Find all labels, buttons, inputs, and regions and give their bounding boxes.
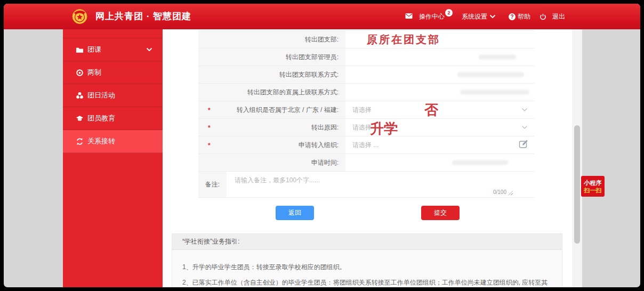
field-label: 备注: <box>205 180 220 189</box>
sidebar-item-tuanyuan-jiaoyu[interactable]: 团员教育 <box>63 107 163 130</box>
select-placeholder: 请选择 <box>352 106 372 115</box>
redacted-blur <box>452 160 508 165</box>
transfer-out-contact-value <box>345 66 534 84</box>
edit-icon[interactable] <box>519 140 529 151</box>
guide-title: “学社衔接”业务指引: <box>172 234 562 250</box>
sidebar-item-label: 关系接转 <box>87 136 115 146</box>
select-placeholder: 请选择 <box>352 123 372 132</box>
menu-help[interactable]: ? 帮助 <box>509 12 530 21</box>
menu-label: 操作中心 <box>419 12 445 21</box>
required-asterisk: * <box>208 107 211 114</box>
cyl-emblem-logo <box>71 7 88 25</box>
activity-icon <box>76 92 84 100</box>
menu-label: 系统设置 <box>462 12 487 21</box>
transfer-out-superior-contact-value <box>345 84 534 101</box>
row-transfer-out-contact: 转出团支部联系方式: <box>198 66 534 84</box>
mail-icon <box>405 13 413 21</box>
question-icon: ? <box>509 13 516 20</box>
guide-line: 1、升学的毕业学生团员：转接至录取学校相应的团组织。 <box>182 262 548 272</box>
picker-placeholder: 请选择 ... <box>352 141 379 150</box>
header-menu: 操作中心 2 系统设置 ? 帮助 退出 <box>405 4 565 29</box>
transfer-in-org-picker[interactable]: 请选择 ... <box>345 136 534 154</box>
annotation-no: 否 <box>424 101 438 119</box>
target-region-select[interactable]: 请选择 否 <box>345 101 534 119</box>
redacted-blur <box>479 55 516 60</box>
sidebar-nav: 团课 两制 团日活动 团员教育 关 <box>63 29 163 287</box>
apply-time-value <box>345 154 534 172</box>
mini-badge-line1: 小程序 <box>584 179 602 187</box>
transfer-out-admin-value <box>345 48 534 66</box>
vertical-scrollbar-track <box>572 29 582 287</box>
field-label: 申请时间: <box>311 158 339 167</box>
menu-operation-center[interactable]: 操作中心 2 <box>405 12 453 21</box>
field-label: 转出团支部的直属上级联系方式: <box>247 88 339 97</box>
transfer-reason-select[interactable]: 请选择 升学 <box>345 119 534 136</box>
chevron-down-icon <box>146 47 152 52</box>
annotation-shengxue: 升学 <box>370 119 398 138</box>
field-label: 转出团支部联系方式: <box>279 70 339 79</box>
row-target-region-select: * 转入组织是否属于北京 / 广东 / 福建: 请选择 否 <box>198 101 534 119</box>
row-transfer-out-branch: 转出团支部: 原所在团支部 <box>198 31 534 48</box>
required-asterisk: * <box>208 142 211 149</box>
submit-button[interactable]: 提交 <box>421 206 460 220</box>
transfer-form: 转出团支部: 原所在团支部 转出团支部管理员: 转出团支部联系方式: 转出团支部… <box>198 30 534 198</box>
sidebar-spacer <box>63 29 163 38</box>
sidebar-item-tuanri-huodong[interactable]: 团日活动 <box>63 84 163 107</box>
sidebar-item-liangzhi[interactable]: 两制 <box>63 61 163 84</box>
transfer-out-branch-value: 原所在团支部 <box>345 31 534 48</box>
business-guide-panel: “学社衔接”业务指引: 1、升学的毕业学生团员：转接至录取学校相应的团组织。 2… <box>172 233 562 287</box>
guide-body: 1、升学的毕业学生团员：转接至录取学校相应的团组织。 2、已落实工作单位（含自主… <box>172 250 562 287</box>
main-content-panel: 转出团支部: 原所在团支部 转出团支部管理员: 转出团支部联系方式: 转出团支部… <box>163 29 572 287</box>
education-icon <box>76 115 84 123</box>
field-label: 转入组织是否属于北京 / 广东 / 福建: <box>237 106 339 115</box>
annotation-original-branch: 原所在团支部 <box>367 33 440 47</box>
row-transfer-reason-select: * 转出原因: 请选择 升学 <box>198 119 534 136</box>
chevron-down-icon <box>489 14 496 19</box>
menu-system-settings[interactable]: 系统设置 <box>462 12 500 21</box>
guide-line: 2、已落实工作单位（含自主创业）的毕业学生团员：将团组织关系转接至工作单位团组织… <box>182 277 548 287</box>
mini-program-scan-badge[interactable]: 小程序 扫一扫 <box>581 176 605 197</box>
target-icon <box>76 69 84 77</box>
app-screen: 网上共青团 · 智慧团建 操作中心 2 系统设置 ? 帮助 <box>4 4 640 287</box>
field-label: 转出团支部管理员: <box>286 53 339 62</box>
transfer-icon <box>76 138 84 146</box>
field-label: 转出团支部: <box>305 35 339 44</box>
row-apply-time: 申请时间: <box>198 154 534 172</box>
row-transfer-out-admin: 转出团支部管理员: <box>198 48 534 66</box>
sidebar-item-label: 团日活动 <box>87 91 115 100</box>
menu-label: 帮助 <box>518 12 530 21</box>
power-icon <box>540 13 546 20</box>
sidebar-item-guanxi-jiezhuan[interactable]: 关系接转 <box>63 130 163 153</box>
sidebar-item-label: 团员教育 <box>87 114 115 123</box>
mini-badge-line2: 扫一扫 <box>584 187 602 194</box>
sidebar-item-tuanke[interactable]: 团课 <box>63 38 163 61</box>
chevron-down-icon <box>521 106 528 114</box>
top-header-bar: 网上共青团 · 智慧团建 操作中心 2 系统设置 ? 帮助 <box>4 4 640 29</box>
remarks-cell: 0/100 <box>227 172 534 198</box>
row-transfer-out-superior-contact: 转出团支部的直属上级联系方式: <box>198 84 534 101</box>
remarks-textarea[interactable] <box>234 175 534 193</box>
char-counter: 0/100 <box>493 189 506 195</box>
chevron-down-icon <box>521 124 528 131</box>
vertical-scrollbar-thumb[interactable] <box>574 125 580 244</box>
row-remarks: 备注: 0/100 <box>198 172 534 198</box>
notification-badge: 2 <box>445 9 453 17</box>
row-transfer-in-org-picker: * 申请转入组织: 请选择 ... <box>198 136 534 154</box>
folder-icon <box>76 46 84 54</box>
app-title: 网上共青团 · 智慧团建 <box>95 4 191 29</box>
field-label: 转出原因: <box>311 123 339 132</box>
menu-logout[interactable]: 退出 <box>540 12 565 21</box>
redacted-blur <box>460 90 529 95</box>
sidebar-item-label: 团课 <box>87 45 101 54</box>
redacted-blur <box>457 72 524 77</box>
required-asterisk: * <box>208 124 211 132</box>
field-label: 申请转入组织: <box>299 141 339 150</box>
sidebar-item-label: 两制 <box>87 68 101 77</box>
back-button[interactable]: 返回 <box>276 206 314 220</box>
menu-label: 退出 <box>552 12 565 21</box>
